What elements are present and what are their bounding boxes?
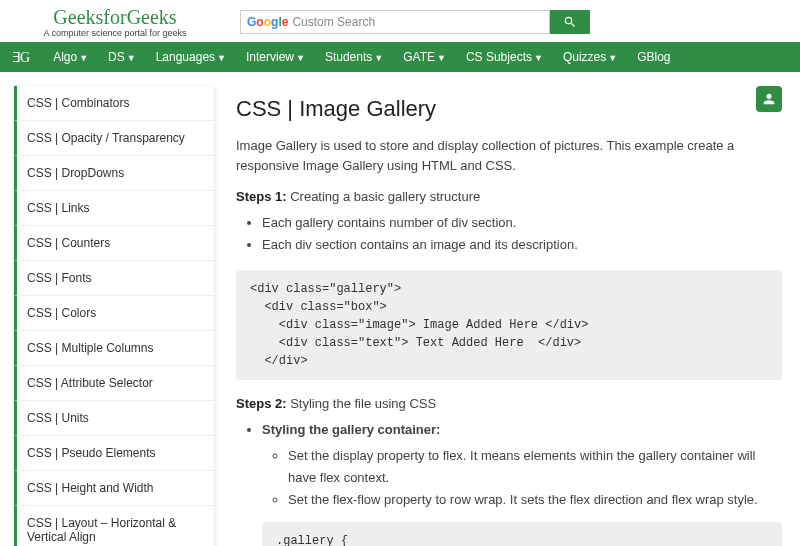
sidebar-item[interactable]: CSS | Combinators bbox=[14, 86, 214, 121]
sidebar-item[interactable]: CSS | Height and Width bbox=[14, 471, 214, 506]
step2-bullets: Set the display property to flex. It mea… bbox=[288, 445, 782, 511]
nav-item-algo[interactable]: Algo▼ bbox=[43, 50, 98, 64]
sidebar-item[interactable]: CSS | Colors bbox=[14, 296, 214, 331]
google-logo-text: Google bbox=[247, 15, 288, 29]
nav-item-interview[interactable]: Interview▼ bbox=[236, 50, 315, 64]
nav-item-languages[interactable]: Languages▼ bbox=[146, 50, 236, 64]
nav-brand-icon[interactable]: ƎG bbox=[6, 49, 43, 66]
sidebar-item[interactable]: CSS | Multiple Columns bbox=[14, 331, 214, 366]
nav-item-gate[interactable]: GATE▼ bbox=[393, 50, 456, 64]
article-main: CSS | Image Gallery Image Gallery is use… bbox=[214, 86, 800, 546]
step1-bullets: Each gallery contains number of div sect… bbox=[262, 212, 782, 256]
nav-item-gblog[interactable]: GBlog bbox=[627, 50, 680, 64]
bullet: Set the flex-flow property to row wrap. … bbox=[288, 489, 782, 511]
code-block-1: <div class="gallery"> <div class="box"> … bbox=[236, 270, 782, 380]
search-placeholder: Custom Search bbox=[292, 15, 375, 29]
nav-item-students[interactable]: Students▼ bbox=[315, 50, 393, 64]
nav-item-ds[interactable]: DS▼ bbox=[98, 50, 146, 64]
step1-line: Steps 1: Creating a basic gallery struct… bbox=[236, 189, 782, 204]
code-block-2: .gallery { width:100%; display:flex; fle… bbox=[262, 522, 782, 546]
bullet: Set the display property to flex. It mea… bbox=[288, 445, 782, 489]
search-wrap: Google Custom Search bbox=[240, 10, 590, 34]
sidebar-item[interactable]: CSS | Links bbox=[14, 191, 214, 226]
site-logo: GeeksforGeeks bbox=[10, 6, 220, 29]
bullet: Each gallery contains number of div sect… bbox=[262, 212, 782, 234]
search-button[interactable] bbox=[550, 10, 590, 34]
content: CSS | Combinators CSS | Opacity / Transp… bbox=[0, 72, 800, 546]
sidebar-item[interactable]: CSS | Units bbox=[14, 401, 214, 436]
site-tagline: A computer science portal for geeks bbox=[10, 28, 220, 38]
sidebar-item[interactable]: CSS | Pseudo Elements bbox=[14, 436, 214, 471]
sidebar-item[interactable]: CSS | DropDowns bbox=[14, 156, 214, 191]
article-intro: Image Gallery is used to store and displ… bbox=[236, 136, 782, 175]
step2-line: Steps 2: Styling the file using CSS bbox=[236, 396, 782, 411]
navbar: ƎG Algo▼ DS▼ Languages▼ Interview▼ Stude… bbox=[0, 42, 800, 72]
search-input[interactable]: Google Custom Search bbox=[240, 10, 550, 34]
article-title: CSS | Image Gallery bbox=[236, 96, 782, 122]
sidebar-item[interactable]: CSS | Opacity / Transparency bbox=[14, 121, 214, 156]
nav-item-cs-subjects[interactable]: CS Subjects▼ bbox=[456, 50, 553, 64]
bullet: Each div section contains an image and i… bbox=[262, 234, 782, 256]
sidebar-item[interactable]: CSS | Counters bbox=[14, 226, 214, 261]
search-icon bbox=[563, 15, 577, 29]
sidebar-item[interactable]: CSS | Layout – Horizontal & Vertical Ali… bbox=[14, 506, 214, 546]
styling-head: Styling the gallery container: Set the d… bbox=[262, 419, 782, 546]
sidebar-item[interactable]: CSS | Fonts bbox=[14, 261, 214, 296]
header: GeeksforGeeks A computer science portal … bbox=[0, 0, 800, 42]
sidebar-item[interactable]: CSS | Attribute Selector bbox=[14, 366, 214, 401]
step2-outer: Styling the gallery container: Set the d… bbox=[262, 419, 782, 546]
profile-button[interactable] bbox=[756, 86, 782, 112]
user-icon bbox=[761, 91, 777, 107]
nav-item-quizzes[interactable]: Quizzes▼ bbox=[553, 50, 627, 64]
logo-block[interactable]: GeeksforGeeks A computer science portal … bbox=[10, 6, 220, 38]
sidebar: CSS | Combinators CSS | Opacity / Transp… bbox=[14, 86, 214, 546]
